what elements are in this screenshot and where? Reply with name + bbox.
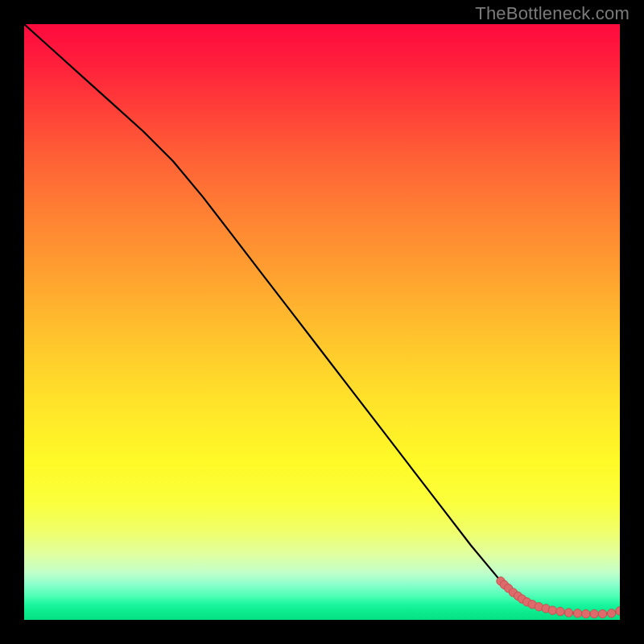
marker-dot bbox=[548, 606, 556, 614]
marker-dot bbox=[582, 609, 590, 617]
marker-dot bbox=[564, 609, 572, 617]
chart-overlay-svg bbox=[24, 24, 620, 620]
bottleneck-curve-line bbox=[24, 24, 620, 614]
marker-dot bbox=[616, 607, 620, 615]
marker-dot bbox=[607, 609, 615, 617]
plot-area bbox=[24, 24, 620, 620]
chart-frame: TheBottleneck.com bbox=[0, 0, 644, 644]
marker-dot bbox=[556, 607, 564, 615]
watermark-text: TheBottleneck.com bbox=[475, 3, 630, 24]
marker-dot bbox=[598, 609, 606, 617]
sweet-spot-markers bbox=[497, 577, 620, 618]
marker-dot bbox=[590, 609, 598, 617]
marker-dot bbox=[573, 609, 581, 617]
